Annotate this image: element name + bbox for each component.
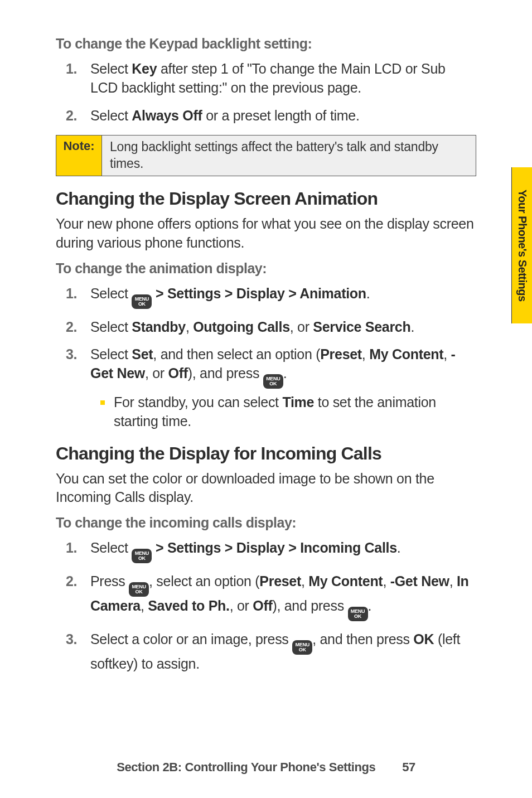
text: , xyxy=(186,319,193,335)
sec2-intro: Your new phone offers options for what y… xyxy=(56,215,476,253)
sec1-step-2: Select Always Off or a preset length of … xyxy=(56,107,476,125)
sec2-step3-sublist: For standby, you can select Time to set … xyxy=(90,393,476,431)
sec3-step-1: Select MENUOK > Settings > Display > Inc… xyxy=(56,539,476,563)
sec2-step-1: Select MENUOK > Settings > Display > Ani… xyxy=(56,284,476,309)
menu-ok-icon: MENUOK xyxy=(292,640,312,655)
bold: Set xyxy=(132,346,153,362)
bold: Preset xyxy=(320,346,362,362)
text: Press xyxy=(90,573,129,589)
bold: Key xyxy=(132,61,157,76)
text: , or xyxy=(290,319,313,335)
sec2-lead: To change the animation display: xyxy=(56,260,476,277)
menu-ok-icon: MENUOK xyxy=(132,294,152,309)
text: , or xyxy=(230,598,253,613)
text: ), and press xyxy=(272,598,347,613)
text: , and then press xyxy=(312,631,413,647)
bold: Outgoing Calls xyxy=(193,319,290,335)
sec2-steps: Select MENUOK > Settings > Display > Ani… xyxy=(56,284,476,431)
note-box: Note: Long backlight settings affect the… xyxy=(56,135,476,176)
bold: Saved to Ph. xyxy=(148,598,229,613)
text: Select xyxy=(90,319,132,335)
text: . xyxy=(283,365,287,381)
text: , xyxy=(362,346,369,362)
bold: Off xyxy=(168,365,188,381)
bold: Always Off xyxy=(132,108,202,123)
bold: > Settings > Display > Animation xyxy=(152,286,366,301)
text: . xyxy=(410,319,414,335)
bold: -Get New xyxy=(390,573,449,589)
sec1-lead: To change the Keypad backlight setting: xyxy=(56,36,476,52)
sec2-heading: Changing the Display Screen Animation xyxy=(56,188,476,209)
bold: My Content xyxy=(369,346,443,362)
page-footer: Section 2B: Controlling Your Phone's Set… xyxy=(0,760,532,775)
bold: Standby xyxy=(132,319,186,335)
bold: > Settings > Display > Incoming Calls xyxy=(152,540,396,555)
sec2-step-2: Select Standby, Outgoing Calls, or Servi… xyxy=(56,318,476,337)
side-tab: Your Phone's Settings xyxy=(512,167,532,323)
text: , select an option ( xyxy=(149,573,259,589)
sec1-step-1: Select Key after step 1 of "To change th… xyxy=(56,60,476,98)
text: . xyxy=(366,286,370,301)
sec2-step3-bullet: For standby, you can select Time to set … xyxy=(90,393,476,431)
bold: Service Search xyxy=(313,319,410,335)
sec3-step-2: Press MENUOK, select an option (Preset, … xyxy=(56,572,476,621)
sec3-heading: Changing the Display for Incoming Calls xyxy=(56,443,476,464)
bold: Time xyxy=(282,394,314,410)
sec3-lead: To change the incoming calls display: xyxy=(56,515,476,531)
bold: OK xyxy=(413,631,434,647)
page-number: 57 xyxy=(402,760,415,775)
page: Your Phone's Settings To change the Keyp… xyxy=(0,0,532,798)
menu-ok-icon: MENUOK xyxy=(129,582,149,597)
side-tab-label: Your Phone's Settings xyxy=(516,190,529,302)
text: For standby, you can select xyxy=(114,394,282,410)
bold: Off xyxy=(253,598,272,613)
text: , xyxy=(383,573,390,589)
note-text: Long backlight settings affect the batte… xyxy=(102,136,476,176)
sec3-intro: You can set the color or downloaded imag… xyxy=(56,470,476,507)
text: or a preset length of time. xyxy=(202,108,360,123)
sec3-steps: Select MENUOK > Settings > Display > Inc… xyxy=(56,539,476,674)
text: Select xyxy=(90,108,132,123)
note-label: Note: xyxy=(56,136,102,176)
text: Select xyxy=(90,61,132,76)
text: Select xyxy=(90,286,132,301)
bold: Preset xyxy=(259,573,301,589)
text: , or xyxy=(145,365,168,381)
sec1-steps: Select Key after step 1 of "To change th… xyxy=(56,60,476,125)
menu-ok-icon: MENUOK xyxy=(263,374,283,389)
text: , xyxy=(443,346,451,362)
menu-ok-icon: MENUOK xyxy=(348,607,368,621)
text: . xyxy=(368,598,372,613)
text: , xyxy=(141,598,148,613)
menu-ok-icon: MENUOK xyxy=(132,549,152,563)
text: , xyxy=(301,573,308,589)
text: ), and press xyxy=(188,365,263,381)
bold: My Content xyxy=(308,573,383,589)
text: , xyxy=(449,573,457,589)
sec3-step-3: Select a color or an image, press MENUOK… xyxy=(56,630,476,674)
text: . xyxy=(397,540,401,555)
text: , and then select an option ( xyxy=(153,346,320,362)
footer-text: Section 2B: Controlling Your Phone's Set… xyxy=(117,760,375,774)
text: Select a color or an image, press xyxy=(90,631,292,647)
text: Select xyxy=(90,346,132,362)
sec2-step-3: Select Set, and then select an option (P… xyxy=(56,345,476,431)
text: Select xyxy=(90,540,132,555)
